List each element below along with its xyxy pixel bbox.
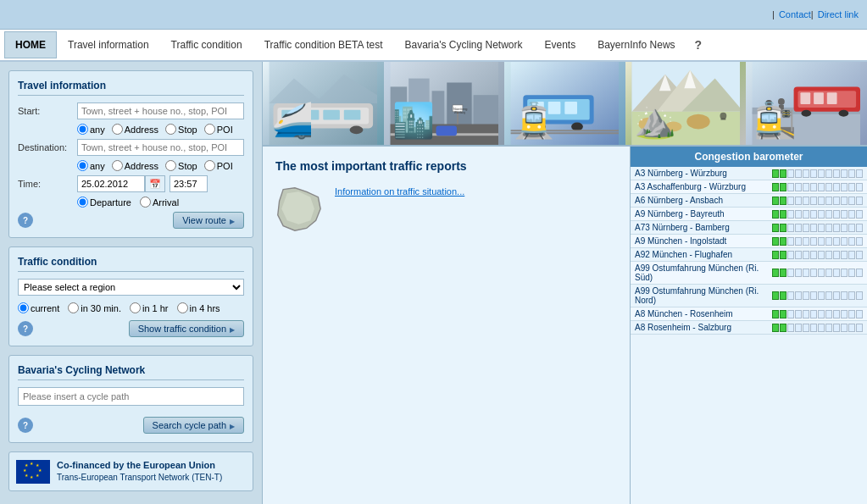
congestion-label: A92 München - Flughafen — [635, 250, 772, 259]
congestion-label: A73 Nürnberg - Bamberg — [635, 223, 772, 232]
congestion-panel: Congestion barometer A3 Nürnberg - Würzb… — [630, 147, 867, 504]
tab-travel[interactable]: Travel information — [57, 31, 160, 58]
direct-link[interactable]: Direct link — [818, 9, 859, 19]
dest-poi-radio[interactable]: POI — [204, 160, 233, 171]
map-link-area: Information on traffic situation... — [335, 186, 464, 197]
congestion-row[interactable]: A9 Nürnberg - Bayreuth — [631, 208, 867, 221]
traffic-situation-link[interactable]: Information on traffic situation... — [335, 186, 464, 197]
dest-address-radio[interactable]: Address — [112, 160, 158, 171]
congestion-bar-container — [772, 251, 863, 259]
time-input[interactable] — [170, 175, 208, 192]
travel-help-icon[interactable]: ? — [18, 213, 33, 228]
region-select[interactable]: Please select a region — [18, 279, 244, 296]
bar-empty-segment — [856, 324, 863, 332]
cycle-path-input[interactable] — [18, 387, 244, 406]
search-cycle-arrow-icon — [230, 420, 235, 430]
bar-empty-segment — [795, 224, 802, 232]
congestion-row[interactable]: A8 München - Rosenheim — [631, 307, 867, 321]
start-row: Start: — [18, 102, 244, 119]
congestion-row[interactable]: A8 Rosenheim - Salzburg — [631, 321, 867, 335]
bar-empty-segment — [841, 324, 848, 332]
cycling-section: Bavaria's Cycling Network ? Search cycle… — [8, 355, 253, 443]
view-route-button[interactable]: View route — [173, 212, 244, 229]
bar-empty-segment — [833, 224, 840, 232]
tab-cycling[interactable]: Bavaria's Cycling Network — [393, 31, 533, 58]
svg-point-40 — [571, 123, 583, 131]
cycling-title: Bavaria's Cycling Network — [18, 364, 244, 380]
congestion-row[interactable]: A73 Nürnberg - Bamberg — [631, 221, 867, 235]
arrival-radio[interactable]: Arrival — [140, 197, 179, 208]
calendar-button[interactable]: 📅 — [145, 175, 165, 192]
tab-traffic[interactable]: Traffic condition — [160, 31, 253, 58]
hero-mountain-image — [625, 62, 747, 145]
4hrs-radio[interactable]: in 4 hrs — [177, 302, 220, 313]
1hr-radio[interactable]: in 1 hr — [130, 302, 169, 313]
start-input[interactable] — [77, 102, 244, 119]
bar-empty-segment — [833, 251, 840, 259]
search-cycle-button[interactable]: Search cycle path — [143, 417, 244, 434]
traffic-reports-area: The most important traffic reports Infor… — [263, 147, 630, 504]
tab-beta[interactable]: Traffic condition BETA test — [253, 31, 394, 58]
tab-events[interactable]: Events — [534, 31, 587, 58]
congestion-row[interactable]: A9 München - Ingolstadt — [631, 235, 867, 248]
bar-empty-segment — [795, 169, 802, 178]
bar-empty-segment — [856, 224, 863, 232]
congestion-bar-container — [772, 183, 863, 191]
congestion-label: A3 Aschaffenburg - Würzburg — [635, 182, 772, 191]
current-radio[interactable]: current — [18, 302, 59, 313]
congestion-row[interactable]: A6 Nürnberg - Ansbach — [631, 194, 867, 208]
congestion-row[interactable]: A99 Ostumfahrung München (Ri. Süd) — [631, 262, 867, 285]
congestion-bar-container — [772, 324, 863, 332]
bar-empty-segment — [856, 210, 863, 219]
congestion-row[interactable]: A3 Aschaffenburg - Würzburg — [631, 180, 867, 194]
start-poi-radio[interactable]: POI — [204, 124, 233, 135]
bar-empty-segment — [818, 310, 825, 318]
bar-empty-segment — [841, 183, 848, 191]
bar-green-segment — [780, 210, 786, 219]
show-traffic-button[interactable]: Show traffic condition — [129, 320, 244, 337]
traffic-help-icon[interactable]: ? — [18, 321, 33, 336]
cycling-help-icon[interactable]: ? — [18, 418, 33, 433]
bar-empty-segment — [818, 197, 825, 205]
svg-rect-37 — [548, 102, 561, 114]
contact-link[interactable]: Contact — [779, 9, 811, 19]
help-button[interactable]: ? — [686, 34, 711, 56]
hero-images: Nürnberg Würzburg — [263, 62, 867, 147]
congestion-row[interactable]: A99 Ostumfahrung München (Ri. Nord) — [631, 285, 867, 307]
congestion-bar-container — [772, 169, 863, 178]
tab-home[interactable]: HOME — [4, 31, 57, 58]
bar-green-segment — [772, 183, 779, 191]
bar-empty-segment — [803, 237, 809, 246]
bar-empty-segment — [787, 183, 794, 191]
svg-rect-61 — [801, 92, 811, 104]
date-input[interactable] — [77, 175, 145, 192]
svg-point-65 — [839, 110, 849, 117]
bar-empty-segment — [795, 324, 802, 332]
dest-any-radio[interactable]: any — [77, 160, 105, 171]
svg-point-54 — [720, 113, 726, 119]
bar-empty-segment — [818, 251, 825, 259]
start-label: Start: — [18, 106, 77, 116]
svg-rect-20 — [390, 86, 407, 145]
bar-empty-segment — [841, 251, 848, 259]
view-route-label: View route — [182, 215, 226, 225]
dest-stop-radio[interactable]: Stop — [165, 160, 197, 171]
tab-bayerninfo[interactable]: BayernInfo News — [586, 31, 686, 58]
start-stop-radio[interactable]: Stop — [165, 124, 197, 135]
svg-text:Würzburg: Würzburg — [454, 111, 465, 114]
start-address-radio[interactable]: Address — [112, 124, 158, 135]
congestion-row[interactable]: A3 Nürnberg - Würzburg — [631, 167, 867, 180]
start-any-radio[interactable]: any — [77, 124, 105, 135]
destination-input[interactable] — [77, 139, 244, 156]
30min-radio[interactable]: in 30 min. — [68, 302, 121, 313]
bar-green-segment — [780, 224, 786, 232]
departure-radio[interactable]: Departure — [77, 197, 131, 208]
congestion-label: A6 Nürnberg - Ansbach — [635, 196, 772, 205]
bar-empty-segment — [810, 197, 817, 205]
congestion-row[interactable]: A92 München - Flughafen — [631, 248, 867, 262]
bar-empty-segment — [841, 210, 848, 219]
svg-rect-28 — [436, 125, 457, 136]
bar-green-segment — [780, 183, 786, 191]
show-traffic-arrow-icon — [230, 324, 235, 334]
svg-rect-0 — [16, 460, 50, 484]
